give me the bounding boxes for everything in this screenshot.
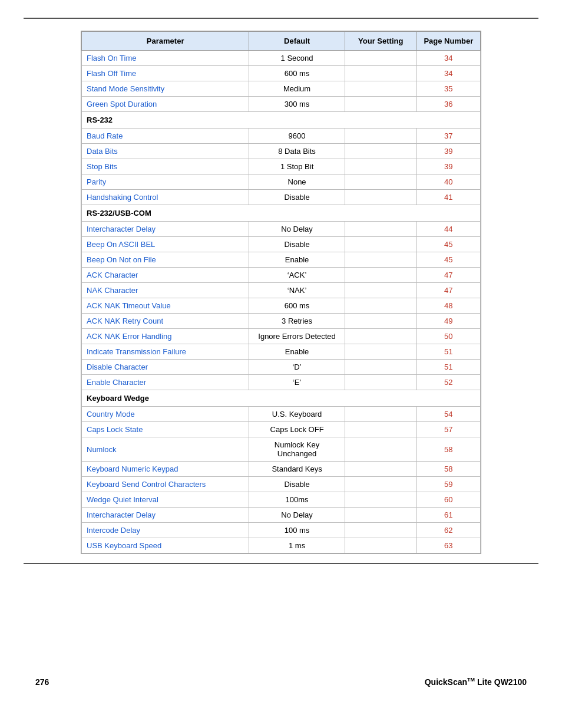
table-body: Flash On Time1 Second34Flash Off Time600… [82, 51, 481, 554]
param-link[interactable]: Handshaking Control [87, 193, 158, 202]
param-link[interactable]: Intercharacter Delay [87, 225, 156, 233]
param-cell[interactable]: Data Bits [82, 144, 249, 159]
param-link[interactable]: Numlock [87, 445, 117, 454]
param-link[interactable]: Stand Mode Sensitivity [87, 84, 164, 93]
page-number-cell[interactable]: 41 [416, 190, 480, 205]
param-link[interactable]: Baud Rate [87, 131, 123, 140]
param-cell[interactable]: Flash On Time [82, 51, 249, 66]
page-number-cell[interactable]: 47 [416, 268, 480, 283]
page-number-cell[interactable]: 58 [416, 437, 480, 462]
param-link[interactable]: Keyboard Send Control Characters [87, 480, 206, 489]
param-cell[interactable]: Keyboard Numeric Keypad [82, 462, 249, 477]
param-cell[interactable]: Intercode Delay [82, 523, 249, 538]
default-cell: Medium [249, 81, 345, 97]
page-number-cell[interactable]: 36 [416, 97, 480, 112]
page-number-cell[interactable]: 40 [416, 174, 480, 190]
param-cell[interactable]: Intercharacter Delay [82, 508, 249, 523]
default-cell: Enable [249, 252, 345, 268]
param-cell[interactable]: ACK NAK Retry Count [82, 314, 249, 329]
param-cell[interactable]: USB Keyboard Speed [82, 538, 249, 554]
default-cell: 9600 [249, 129, 345, 144]
param-link[interactable]: Flash On Time [87, 54, 137, 62]
param-cell[interactable]: Stand Mode Sensitivity [82, 81, 249, 97]
param-cell[interactable]: NAK Character [82, 283, 249, 298]
param-link[interactable]: Wedge Quiet Interval [87, 495, 158, 504]
page-number-cell[interactable]: 51 [416, 344, 480, 360]
page-number-cell[interactable]: 61 [416, 508, 480, 523]
page-number-cell[interactable]: 39 [416, 159, 480, 174]
page-number-cell[interactable]: 35 [416, 81, 480, 97]
param-link[interactable]: ACK Character [87, 271, 138, 279]
param-link[interactable]: Country Mode [87, 410, 135, 419]
param-cell[interactable]: Disable Character [82, 360, 249, 375]
param-link[interactable]: ACK NAK Error Handling [87, 332, 172, 341]
param-cell[interactable]: Baud Rate [82, 129, 249, 144]
param-link[interactable]: Parity [87, 177, 106, 186]
page-number-cell[interactable]: 58 [416, 462, 480, 477]
table-row: Caps Lock StateCaps Lock OFF57 [82, 422, 481, 437]
param-cell[interactable]: Wedge Quiet Interval [82, 492, 249, 508]
param-link[interactable]: Data Bits [87, 147, 118, 156]
page-number-cell[interactable]: 59 [416, 477, 480, 492]
page-number-cell[interactable]: 49 [416, 314, 480, 329]
param-cell[interactable]: Indicate Transmission Failure [82, 344, 249, 360]
param-cell[interactable]: Beep On ASCII BEL [82, 237, 249, 252]
param-link[interactable]: Intercharacter Delay [87, 510, 156, 519]
param-cell[interactable]: Parity [82, 174, 249, 190]
table-row: Intercharacter DelayNo Delay44 [82, 222, 481, 237]
page-number-cell[interactable]: 51 [416, 360, 480, 375]
param-cell[interactable]: Flash Off Time [82, 66, 249, 81]
page-number-cell[interactable]: 62 [416, 523, 480, 538]
page-number-cell[interactable]: 34 [416, 66, 480, 81]
param-cell[interactable]: Stop Bits [82, 159, 249, 174]
param-link[interactable]: Keyboard Numeric Keypad [87, 465, 178, 473]
page-number-cell[interactable]: 45 [416, 252, 480, 268]
page-number-cell[interactable]: 50 [416, 329, 480, 344]
param-link[interactable]: ACK NAK Timeout Value [87, 301, 171, 310]
page-number-cell[interactable]: 54 [416, 407, 480, 422]
param-cell[interactable]: Beep On Not on File [82, 252, 249, 268]
page-number-cell[interactable]: 63 [416, 538, 480, 554]
table-row: ACK NAK Retry Count3 Retries49 [82, 314, 481, 329]
param-cell[interactable]: Country Mode [82, 407, 249, 422]
your-setting-cell [345, 523, 416, 538]
page-number-cell[interactable]: 52 [416, 375, 480, 390]
table-row: Country ModeU.S. Keyboard54 [82, 407, 481, 422]
param-cell[interactable]: ACK NAK Error Handling [82, 329, 249, 344]
page-number-cell[interactable]: 44 [416, 222, 480, 237]
page-number-cell[interactable]: 45 [416, 237, 480, 252]
param-link[interactable]: Caps Lock State [87, 425, 143, 434]
param-link[interactable]: Disable Character [87, 363, 148, 371]
param-link[interactable]: Stop Bits [87, 162, 117, 171]
param-link[interactable]: Green Spot Duration [87, 100, 157, 108]
section-header-row: RS-232 [82, 112, 481, 129]
param-cell[interactable]: Numlock [82, 437, 249, 462]
param-link[interactable]: Intercode Delay [87, 526, 140, 535]
page-wrapper: Parameter Default Your Setting Page Numb… [0, 0, 562, 728]
param-link[interactable]: Beep On Not on File [87, 255, 156, 264]
param-link[interactable]: Enable Character [87, 378, 146, 387]
param-cell[interactable]: Intercharacter Delay [82, 222, 249, 237]
param-cell[interactable]: Enable Character [82, 375, 249, 390]
param-link[interactable]: NAK Character [87, 286, 138, 295]
your-setting-cell [345, 538, 416, 554]
param-cell[interactable]: Keyboard Send Control Characters [82, 477, 249, 492]
param-cell[interactable]: Handshaking Control [82, 190, 249, 205]
param-cell[interactable]: ACK NAK Timeout Value [82, 298, 249, 314]
param-cell[interactable]: Green Spot Duration [82, 97, 249, 112]
param-cell[interactable]: Caps Lock State [82, 422, 249, 437]
page-number-cell[interactable]: 37 [416, 129, 480, 144]
page-number-cell[interactable]: 57 [416, 422, 480, 437]
page-number-cell[interactable]: 34 [416, 51, 480, 66]
param-link[interactable]: ACK NAK Retry Count [87, 317, 163, 325]
page-number-cell[interactable]: 48 [416, 298, 480, 314]
page-number-cell[interactable]: 47 [416, 283, 480, 298]
table-row: Stop Bits1 Stop Bit39 [82, 159, 481, 174]
param-link[interactable]: USB Keyboard Speed [87, 541, 161, 550]
param-cell[interactable]: ACK Character [82, 268, 249, 283]
param-link[interactable]: Beep On ASCII BEL [87, 240, 155, 249]
page-number-cell[interactable]: 60 [416, 492, 480, 508]
param-link[interactable]: Flash Off Time [87, 69, 136, 78]
param-link[interactable]: Indicate Transmission Failure [87, 347, 186, 356]
page-number-cell[interactable]: 39 [416, 144, 480, 159]
